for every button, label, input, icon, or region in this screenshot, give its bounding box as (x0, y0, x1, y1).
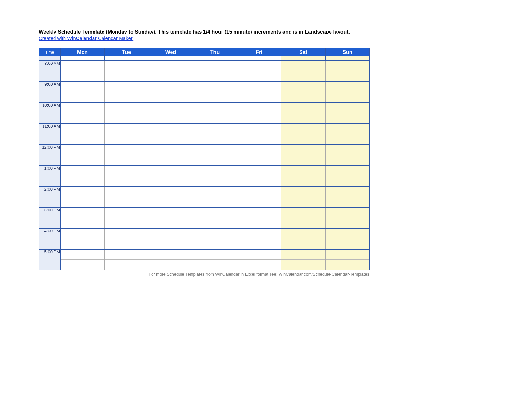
schedule-cell[interactable] (237, 260, 281, 270)
schedule-cell[interactable] (281, 134, 325, 145)
schedule-cell[interactable] (60, 260, 104, 270)
schedule-cell[interactable] (237, 249, 281, 260)
schedule-cell[interactable] (281, 155, 325, 166)
schedule-cell[interactable] (325, 207, 369, 218)
schedule-cell[interactable] (325, 61, 369, 71)
schedule-cell[interactable] (149, 218, 193, 229)
schedule-cell[interactable] (193, 134, 237, 145)
schedule-cell[interactable] (104, 82, 149, 92)
schedule-cell[interactable] (149, 165, 193, 176)
schedule-cell[interactable] (281, 239, 325, 250)
schedule-cell[interactable] (104, 71, 149, 82)
schedule-cell[interactable] (237, 92, 281, 103)
schedule-cell[interactable] (237, 155, 281, 166)
schedule-cell[interactable] (325, 113, 369, 124)
schedule-cell[interactable] (325, 228, 369, 239)
schedule-cell[interactable] (60, 123, 104, 134)
schedule-cell[interactable] (193, 155, 237, 166)
schedule-cell[interactable] (104, 103, 149, 113)
schedule-cell[interactable] (237, 113, 281, 124)
schedule-cell[interactable] (193, 249, 237, 260)
schedule-cell[interactable] (149, 197, 193, 208)
schedule-cell[interactable] (193, 176, 237, 187)
schedule-cell[interactable] (60, 218, 104, 229)
schedule-cell[interactable] (60, 249, 104, 260)
schedule-cell[interactable] (325, 144, 369, 155)
schedule-cell[interactable] (60, 61, 104, 71)
schedule-cell[interactable] (193, 228, 237, 239)
schedule-cell[interactable] (149, 113, 193, 124)
schedule-cell[interactable] (193, 92, 237, 103)
schedule-cell[interactable] (281, 260, 325, 270)
schedule-cell[interactable] (325, 155, 369, 166)
schedule-cell[interactable] (237, 176, 281, 187)
schedule-cell[interactable] (237, 165, 281, 176)
schedule-cell[interactable] (149, 82, 193, 92)
schedule-cell[interactable] (325, 249, 369, 260)
schedule-cell[interactable] (193, 260, 237, 270)
schedule-cell[interactable] (193, 71, 237, 82)
schedule-cell[interactable] (281, 71, 325, 82)
schedule-cell[interactable] (60, 186, 104, 197)
schedule-cell[interactable] (281, 103, 325, 113)
schedule-cell[interactable] (325, 218, 369, 229)
schedule-cell[interactable] (325, 176, 369, 187)
schedule-cell[interactable] (60, 228, 104, 239)
schedule-cell[interactable] (104, 207, 149, 218)
schedule-cell[interactable] (60, 197, 104, 208)
schedule-cell[interactable] (193, 103, 237, 113)
schedule-cell[interactable] (60, 134, 104, 145)
schedule-cell[interactable] (149, 71, 193, 82)
schedule-cell[interactable] (281, 82, 325, 92)
schedule-cell[interactable] (281, 176, 325, 187)
schedule-cell[interactable] (237, 197, 281, 208)
schedule-cell[interactable] (237, 71, 281, 82)
schedule-cell[interactable] (237, 61, 281, 71)
schedule-cell[interactable] (237, 228, 281, 239)
schedule-cell[interactable] (237, 123, 281, 134)
schedule-cell[interactable] (193, 123, 237, 134)
schedule-cell[interactable] (60, 144, 104, 155)
schedule-cell[interactable] (104, 165, 149, 176)
schedule-cell[interactable] (325, 134, 369, 145)
schedule-cell[interactable] (104, 134, 149, 145)
schedule-cell[interactable] (281, 218, 325, 229)
schedule-cell[interactable] (104, 218, 149, 229)
schedule-cell[interactable] (104, 260, 149, 270)
schedule-cell[interactable] (104, 155, 149, 166)
schedule-cell[interactable] (193, 186, 237, 197)
schedule-cell[interactable] (104, 228, 149, 239)
schedule-cell[interactable] (193, 218, 237, 229)
schedule-cell[interactable] (281, 207, 325, 218)
creator-link[interactable]: Created with WinCalendar Calendar Maker. (39, 35, 133, 41)
schedule-cell[interactable] (149, 249, 193, 260)
schedule-cell[interactable] (60, 176, 104, 187)
schedule-cell[interactable] (193, 239, 237, 250)
schedule-cell[interactable] (325, 165, 369, 176)
schedule-cell[interactable] (149, 155, 193, 166)
schedule-cell[interactable] (60, 207, 104, 218)
schedule-cell[interactable] (193, 82, 237, 92)
schedule-cell[interactable] (149, 61, 193, 71)
footer-link[interactable]: WinCalendar.com/Schedule-Calendar-Templa… (279, 272, 369, 277)
schedule-cell[interactable] (104, 176, 149, 187)
schedule-cell[interactable] (149, 239, 193, 250)
schedule-cell[interactable] (104, 186, 149, 197)
schedule-cell[interactable] (325, 260, 369, 270)
schedule-cell[interactable] (149, 123, 193, 134)
schedule-cell[interactable] (237, 82, 281, 92)
schedule-cell[interactable] (281, 144, 325, 155)
schedule-cell[interactable] (149, 207, 193, 218)
schedule-cell[interactable] (149, 260, 193, 270)
schedule-cell[interactable] (237, 239, 281, 250)
schedule-cell[interactable] (237, 144, 281, 155)
schedule-cell[interactable] (281, 165, 325, 176)
schedule-cell[interactable] (281, 123, 325, 134)
schedule-cell[interactable] (281, 92, 325, 103)
schedule-cell[interactable] (325, 123, 369, 134)
schedule-cell[interactable] (281, 113, 325, 124)
schedule-cell[interactable] (237, 186, 281, 197)
schedule-cell[interactable] (149, 144, 193, 155)
schedule-cell[interactable] (193, 113, 237, 124)
schedule-cell[interactable] (149, 176, 193, 187)
